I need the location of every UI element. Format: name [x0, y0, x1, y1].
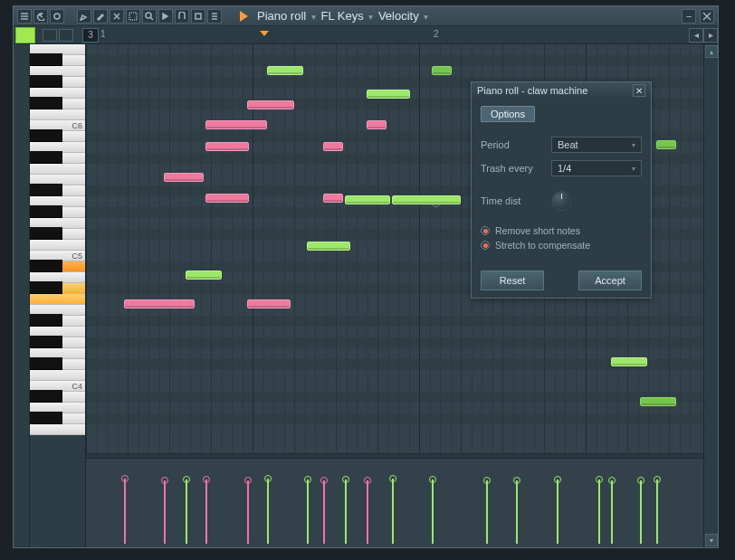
minimize-icon[interactable]: ‒ — [682, 9, 696, 24]
velocity-stem[interactable] — [486, 480, 488, 544]
piano-key[interactable] — [30, 370, 85, 381]
piano-black-key[interactable] — [30, 314, 62, 327]
velocity-stem[interactable] — [392, 479, 394, 544]
piano-black-key[interactable] — [30, 412, 62, 424]
stretch-option[interactable]: Stretch to compensate — [481, 240, 642, 251]
velocity-stem[interactable] — [656, 479, 658, 544]
velocity-handle[interactable] — [389, 475, 396, 482]
piano-black-key[interactable] — [30, 260, 62, 272]
close-icon[interactable] — [700, 9, 714, 24]
note[interactable] — [307, 242, 350, 251]
play-icon[interactable] — [240, 11, 248, 22]
piano-black-key[interactable] — [30, 97, 62, 109]
options-tab[interactable]: Options — [481, 106, 535, 122]
velocity-stem[interactable] — [432, 479, 434, 544]
dialog-close-icon[interactable]: ✕ — [633, 84, 645, 97]
note[interactable] — [323, 194, 343, 203]
velocity-handle[interactable] — [596, 476, 603, 483]
velocity-stem[interactable] — [323, 480, 325, 544]
midi-tool-icon[interactable] — [191, 9, 205, 24]
scroll-down-icon[interactable]: ▾ — [705, 534, 718, 546]
velocity-handle[interactable] — [429, 476, 436, 483]
period-dropdown[interactable]: Beat ▾ — [551, 137, 642, 153]
piano-key[interactable] — [30, 424, 85, 435]
note[interactable] — [186, 271, 222, 280]
piano-key[interactable] — [30, 109, 85, 120]
scroll-right-icon[interactable]: ▸ — [703, 28, 718, 43]
velocity-handle[interactable] — [244, 477, 252, 484]
note[interactable] — [247, 100, 294, 109]
velocity-handle[interactable] — [483, 477, 491, 484]
note-color-chip[interactable] — [15, 27, 35, 43]
draw-tool-icon[interactable] — [77, 9, 91, 24]
note[interactable] — [247, 299, 291, 308]
note[interactable] — [367, 120, 387, 129]
chevron-down-icon[interactable]: ▾ — [310, 12, 318, 22]
note[interactable] — [656, 140, 676, 149]
remove-short-notes-option[interactable]: Remove short notes — [481, 225, 642, 236]
velocity-handle[interactable] — [264, 475, 272, 482]
snap-tool-icon[interactable] — [175, 9, 189, 24]
velocity-handle[interactable] — [320, 477, 328, 484]
note[interactable] — [345, 195, 390, 204]
note[interactable] — [164, 173, 204, 182]
velocity-handle[interactable] — [342, 476, 349, 483]
dialog-titlebar[interactable]: Piano roll - claw machine ✕ — [472, 82, 651, 99]
menu-icon[interactable] — [17, 9, 32, 24]
velocity-stem[interactable] — [557, 479, 558, 544]
velocity-stem[interactable] — [307, 479, 309, 544]
chevron-down-icon[interactable]: ▾ — [422, 12, 430, 22]
piano-black-key[interactable] — [30, 336, 62, 348]
chevron-down-icon[interactable]: ▾ — [367, 12, 375, 22]
piano-black-key[interactable] — [30, 184, 62, 196]
paint-tool-icon[interactable] — [93, 9, 108, 24]
velocity-stem[interactable] — [164, 480, 166, 544]
velocity-stem[interactable] — [367, 480, 368, 544]
velocity-stem[interactable] — [205, 479, 207, 544]
piano-black-key[interactable] — [30, 205, 62, 218]
note[interactable] — [267, 66, 303, 75]
options-icon[interactable] — [50, 9, 64, 24]
velocity-stem[interactable] — [124, 479, 126, 544]
select-tool-icon[interactable] — [126, 9, 140, 24]
note[interactable] — [205, 142, 249, 151]
snap-divisions[interactable]: 3 — [82, 28, 99, 43]
velocity-stem[interactable] — [611, 480, 613, 544]
velocity-handle[interactable] — [203, 476, 210, 483]
velocity-handle[interactable] — [654, 476, 661, 483]
velocity-handle[interactable] — [121, 475, 129, 482]
note[interactable] — [124, 299, 195, 308]
piano-black-key[interactable] — [30, 357, 62, 370]
velocity-stem[interactable] — [186, 479, 187, 544]
piano-black-key[interactable] — [30, 227, 62, 240]
piano-black-key[interactable] — [30, 151, 62, 164]
mode-tool-1[interactable] — [43, 29, 57, 42]
velocity-lane[interactable] — [86, 459, 703, 547]
chord-tool-icon[interactable] — [207, 9, 222, 24]
piano-key[interactable] — [30, 294, 85, 305]
reset-button[interactable]: Reset — [481, 271, 544, 290]
note[interactable] — [640, 397, 676, 406]
velocity-handle[interactable] — [161, 477, 168, 484]
note[interactable] — [367, 90, 410, 99]
note[interactable] — [205, 120, 267, 129]
piano-keyboard[interactable]: C6C5C4 — [30, 44, 86, 547]
velocity-stem[interactable] — [345, 479, 347, 544]
trash-dropdown[interactable]: 1/4 ▾ — [551, 160, 642, 176]
velocity-stem[interactable] — [640, 480, 642, 544]
velocity-stem[interactable] — [598, 479, 600, 544]
undo-icon[interactable] — [33, 9, 48, 24]
scroll-up-icon[interactable]: ▴ — [705, 45, 718, 58]
note[interactable] — [611, 357, 647, 366]
velocity-handle[interactable] — [183, 476, 190, 483]
velocity-stem[interactable] — [516, 480, 518, 544]
piano-black-key[interactable] — [30, 53, 62, 66]
mode-tool-2[interactable] — [59, 29, 73, 42]
velocity-stem[interactable] — [267, 479, 269, 544]
velocity-stem[interactable] — [247, 480, 249, 544]
piano-key[interactable] — [30, 164, 85, 175]
velocity-handle[interactable] — [554, 476, 561, 483]
note[interactable] — [392, 195, 461, 204]
note[interactable] — [323, 142, 343, 151]
timeline-ruler[interactable]: 1 2 — [99, 27, 689, 43]
